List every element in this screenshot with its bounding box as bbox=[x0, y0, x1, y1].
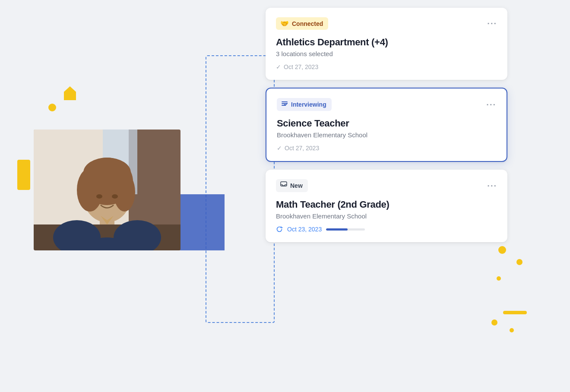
check-icon: ✓ bbox=[276, 63, 281, 70]
new-card-date-text: Oct 23, 2023 bbox=[287, 226, 322, 233]
interviewing-card-header: Interviewing ··· bbox=[277, 98, 496, 111]
yellow-bar-decoration bbox=[17, 160, 30, 190]
connected-card-date: ✓ Oct 27, 2023 bbox=[276, 63, 497, 70]
inbox-icon bbox=[280, 181, 287, 190]
connected-card[interactable]: 🤝 Connected ··· Athletics Department (+4… bbox=[266, 8, 507, 80]
connected-card-subtitle: 3 locations selected bbox=[276, 50, 497, 57]
refresh-icon bbox=[276, 226, 283, 233]
person-photo bbox=[34, 130, 180, 250]
connected-badge-label: Connected bbox=[292, 20, 323, 27]
svg-point-11 bbox=[83, 158, 131, 188]
connected-card-more-button[interactable]: ··· bbox=[487, 19, 497, 28]
connected-card-title: Athletics Department (+4) bbox=[276, 37, 497, 48]
interviewing-card-title: Science Teacher bbox=[277, 118, 496, 129]
interviewing-card[interactable]: Interviewing ··· Science Teacher Brookha… bbox=[266, 88, 507, 162]
new-card-header: New ··· bbox=[276, 179, 497, 192]
svg-point-12 bbox=[96, 194, 102, 199]
progress-fill bbox=[326, 228, 348, 231]
new-card-title: Math Teacher (2nd Grade) bbox=[276, 199, 497, 210]
interviewing-card-date-text: Oct 27, 2023 bbox=[285, 145, 319, 152]
connected-card-date-text: Oct 27, 2023 bbox=[284, 63, 318, 70]
yellow-dot-decoration-4 bbox=[516, 259, 522, 265]
interviewing-badge: Interviewing bbox=[277, 98, 332, 111]
new-card[interactable]: New ··· Math Teacher (2nd Grade) Brookha… bbox=[266, 170, 507, 242]
interviewing-card-date: ✓ Oct 27, 2023 bbox=[277, 145, 496, 152]
check-icon-2: ✓ bbox=[277, 145, 282, 152]
yellow-dot-decoration-6 bbox=[491, 319, 497, 326]
person-silhouette bbox=[34, 130, 180, 250]
svg-point-13 bbox=[112, 194, 118, 199]
interviewing-card-more-button[interactable]: ··· bbox=[486, 100, 496, 110]
connected-card-header: 🤝 Connected ··· bbox=[276, 17, 497, 30]
job-cards-list: 🤝 Connected ··· Athletics Department (+4… bbox=[266, 8, 507, 242]
yellow-dot-decoration-5 bbox=[497, 276, 501, 281]
yellow-dot-decoration-7 bbox=[510, 328, 514, 332]
new-card-subtitle: Brookhaven Elementary School bbox=[276, 212, 497, 220]
list-icon bbox=[281, 100, 288, 109]
yellow-dot-decoration-1 bbox=[48, 104, 56, 111]
progress-bar bbox=[326, 228, 365, 231]
dashed-selection-box bbox=[206, 55, 275, 323]
new-badge-label: New bbox=[290, 182, 303, 189]
connected-badge: 🤝 Connected bbox=[276, 17, 328, 30]
interviewing-badge-label: Interviewing bbox=[291, 101, 326, 108]
yellow-house-decoration bbox=[64, 86, 76, 100]
handshake-icon: 🤝 bbox=[280, 19, 289, 28]
interviewing-card-subtitle: Brookhaven Elementary School bbox=[277, 131, 496, 139]
new-badge: New bbox=[276, 179, 308, 192]
yellow-line-decoration bbox=[503, 311, 527, 314]
new-card-more-button[interactable]: ··· bbox=[487, 181, 497, 191]
new-card-date-row: Oct 23, 2023 bbox=[276, 226, 497, 233]
yellow-dot-decoration-3 bbox=[498, 246, 506, 254]
